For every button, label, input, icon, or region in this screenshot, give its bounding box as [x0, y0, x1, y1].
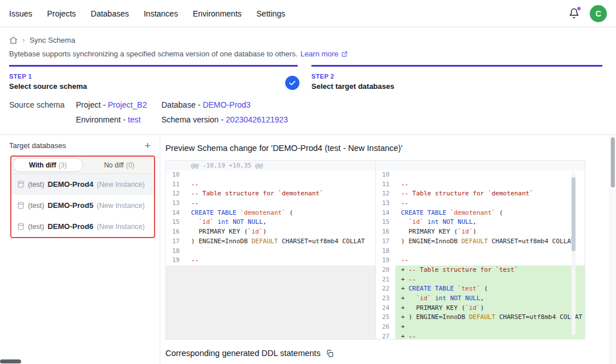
diff-line: 20+ -- Table structure for `test`: [376, 265, 585, 275]
item-database-name: DEMO-Prod6: [47, 222, 93, 231]
item-database-name: DEMO-Prod5: [47, 201, 93, 210]
step2-title: Select target databases: [311, 82, 394, 91]
line-number: 15: [376, 218, 395, 227]
nav-item-environments[interactable]: Environments: [193, 9, 242, 18]
breadcrumb: › Sync Schema: [0, 27, 616, 44]
schema-version-label: Schema version -: [161, 115, 224, 124]
diff-line: 19--: [376, 256, 585, 265]
code-text: [395, 170, 585, 180]
diff-line: 18: [376, 247, 585, 256]
diff-scrollbar-thumb[interactable]: [572, 177, 576, 251]
add-target-database-button[interactable]: +: [144, 142, 151, 150]
schema-version-link[interactable]: 20230426121923: [226, 115, 288, 124]
line-number: 16: [376, 227, 395, 237]
code-text: + --: [395, 332, 585, 339]
nav-item-issues[interactable]: Issues: [9, 9, 32, 18]
environment-link[interactable]: test: [128, 115, 141, 124]
step2-progress-bar: [311, 65, 602, 67]
step2[interactable]: STEP 2 Select target databases: [311, 73, 394, 91]
nav-item-settings[interactable]: Settings: [257, 9, 286, 18]
diff-lines-modified: 1011--12-- Table structure for `demotena…: [376, 170, 585, 339]
code-text: CREATE TABLE `demotenant` (: [395, 208, 585, 218]
target-database-item[interactable]: (test) DEMO-Prod4 (New Instance): [11, 174, 154, 195]
intro-text: Bytebase supports synchronizing a specif…: [0, 44, 616, 65]
line-number: 11: [166, 180, 185, 190]
page-vertical-scrollbar-thumb[interactable]: [611, 137, 615, 187]
project-label: Project -: [76, 100, 106, 109]
diff-line: 14CREATE TABLE `demotenant` (: [166, 208, 375, 218]
code-text: + CREATE TABLE `test` (: [395, 284, 585, 294]
target-databases-title: Target databases: [9, 141, 66, 150]
diff-line: 17) ENGINE=InnoDB DEFAULT CHARSET=utf8mb…: [376, 237, 585, 247]
step2-label: STEP 2: [311, 73, 394, 80]
line-number: 18: [166, 247, 185, 256]
code-text: CREATE TABLE `demotenant` (: [185, 208, 375, 218]
diff-line: 23+ `id` int NOT NULL,: [376, 294, 585, 304]
line-number: 12: [376, 189, 395, 199]
line-number: 16: [166, 227, 185, 237]
code-text: --: [185, 256, 375, 265]
project-link[interactable]: Project_B2: [108, 100, 147, 109]
ddl-statements-title: Corresponding generated DDL statements: [165, 349, 321, 358]
line-number: 22: [376, 284, 395, 294]
code-text: `id` int NOT NULL,: [185, 218, 375, 227]
diff-line: 12-- Table structure for `demotenant`: [376, 189, 585, 199]
code-text: PRIMARY KEY (`id`): [185, 227, 375, 237]
diff-line: 25+ ) ENGINE=InnoDB DEFAULT CHARSET=utf8…: [376, 313, 585, 322]
top-nav: Issues Projects Databases Instances Envi…: [0, 0, 616, 27]
diff-line: 11--: [376, 180, 585, 190]
diff-line: 18: [166, 247, 375, 256]
page-horizontal-scrollbar-thumb[interactable]: [0, 359, 21, 363]
nav-item-instances[interactable]: Instances: [144, 9, 178, 18]
schema-diff-editor: @@ -10,19 +10,35 @@ 1011--12-- Table str…: [165, 160, 585, 340]
source-version-field: Schema version - 20230426121923: [161, 115, 607, 124]
learn-more-link[interactable]: Learn more: [301, 50, 338, 58]
tab-with-diff[interactable]: With diff (3): [13, 158, 83, 172]
code-text: + -- Table structure for `test`: [395, 265, 585, 275]
instance-icon: [17, 223, 25, 230]
code-text: ) ENGINE=InnoDB DEFAULT CHARSET=utf8mb4 …: [395, 237, 585, 247]
item-instance-suffix: (New Instance): [97, 202, 145, 210]
nav-item-databases[interactable]: Databases: [91, 9, 129, 18]
line-number: 10: [166, 170, 185, 180]
line-number: 14: [166, 208, 185, 218]
line-number: 19: [166, 256, 185, 265]
intro-description: Bytebase supports synchronizing a specif…: [9, 50, 298, 58]
home-icon[interactable]: [9, 36, 18, 44]
diff-line: 12-- Table structure for `demotenant`: [166, 189, 375, 199]
copy-icon[interactable]: [326, 349, 334, 358]
diff-line: 15 `id` int NOT NULL,: [376, 218, 585, 227]
breadcrumb-current: Sync Schema: [30, 36, 75, 44]
nav-right-cluster: C: [569, 5, 607, 22]
avatar[interactable]: C: [590, 5, 607, 22]
database-link[interactable]: DEMO-Prod3: [202, 100, 250, 109]
diff-empty-filler: [166, 265, 375, 339]
line-number: 25: [376, 313, 395, 322]
target-database-item[interactable]: (test) DEMO-Prod6 (New Instance): [11, 216, 154, 237]
tab-no-diff[interactable]: No diff (0): [84, 157, 154, 173]
line-number: 18: [376, 247, 395, 256]
line-number: 27: [376, 332, 395, 339]
target-database-item[interactable]: (test) DEMO-Prod5 (New Instance): [11, 195, 154, 216]
diff-line: 27+ --: [376, 332, 585, 339]
step1[interactable]: STEP 1 Select source schema: [9, 73, 87, 91]
item-instance-suffix: (New Instance): [97, 181, 145, 189]
line-number: 17: [166, 237, 185, 247]
nav-item-projects[interactable]: Projects: [47, 9, 76, 18]
diff-tabs: With diff (3) No diff (0): [11, 157, 154, 174]
line-number: 24: [376, 304, 395, 313]
ddl-footer: Corresponding generated DDL statements: [165, 349, 334, 358]
diff-line: 26+: [376, 322, 585, 332]
step1-label: STEP 1: [9, 73, 87, 80]
code-text: --: [395, 180, 585, 190]
external-link-icon[interactable]: [341, 51, 348, 58]
code-text: `id` int NOT NULL,: [395, 218, 585, 227]
item-environment: (test): [28, 223, 44, 231]
code-text: + --: [395, 275, 585, 285]
diff-line: 16 PRIMARY KEY (`id`): [376, 227, 585, 237]
diff-pane-original: @@ -10,19 +10,35 @@ 1011--12-- Table str…: [166, 161, 375, 339]
code-text: ) ENGINE=InnoDB DEFAULT CHARSET=utf8mb4 …: [185, 237, 375, 247]
notification-bell-icon[interactable]: [569, 8, 579, 19]
code-text: +: [395, 322, 585, 332]
step-progress: STEP 1 Select source schema STEP 2 Selec…: [0, 65, 616, 97]
